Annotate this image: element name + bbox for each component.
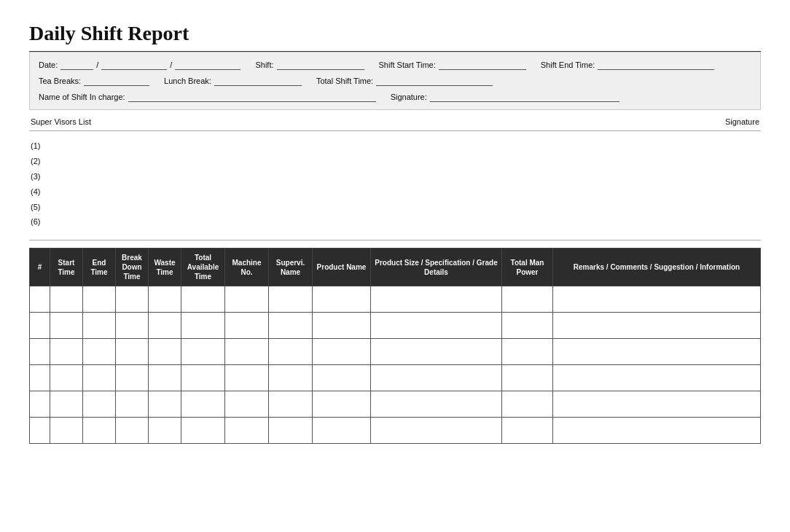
header-section: Date: / / Shift: Shift Start Time: Shift…: [29, 52, 761, 110]
col-header-product: Product Name: [313, 249, 371, 286]
cell-row6-col0[interactable]: [30, 418, 50, 444]
cell-row1-col8[interactable]: [313, 286, 371, 313]
cell-row5-col4[interactable]: [149, 391, 181, 418]
cell-row4-col5[interactable]: [181, 365, 225, 391]
supervisors-signature-label: Signature: [725, 117, 759, 126]
cell-row2-col10[interactable]: [502, 313, 553, 339]
cell-row3-col2[interactable]: [83, 339, 116, 365]
cell-row6-col1[interactable]: [50, 418, 83, 444]
cell-row5-col3[interactable]: [116, 391, 149, 418]
cell-row2-col9[interactable]: [371, 313, 502, 339]
cell-row6-col10[interactable]: [502, 418, 553, 444]
cell-row6-col8[interactable]: [313, 418, 371, 444]
name-group: Name of Shift In charge:: [39, 92, 376, 102]
cell-row2-col0[interactable]: [30, 313, 50, 339]
cell-row3-col3[interactable]: [116, 339, 149, 365]
cell-row2-col5[interactable]: [181, 313, 225, 339]
cell-row3-col11[interactable]: [553, 339, 761, 365]
date-day-field[interactable]: [60, 60, 93, 70]
cell-row6-col6[interactable]: [225, 418, 269, 444]
cell-row1-col6[interactable]: [225, 286, 269, 313]
cell-row6-col4[interactable]: [149, 418, 181, 444]
cell-row3-col6[interactable]: [225, 339, 269, 365]
cell-row2-col2[interactable]: [83, 313, 116, 339]
cell-row4-col1[interactable]: [50, 365, 83, 391]
cell-row1-col0[interactable]: [30, 286, 50, 313]
cell-row5-col7[interactable]: [269, 391, 313, 418]
name-field[interactable]: [128, 92, 376, 102]
cell-row1-col7[interactable]: [269, 286, 313, 313]
shift-end-field[interactable]: [598, 60, 714, 70]
cell-row1-col1[interactable]: [50, 286, 83, 313]
cell-row5-col8[interactable]: [313, 391, 371, 418]
header-row-2: Tea Breaks: Lunch Break: Total Shift Tim…: [39, 76, 751, 86]
cell-row6-col11[interactable]: [553, 418, 761, 444]
cell-row2-col4[interactable]: [149, 313, 181, 339]
cell-row6-col5[interactable]: [181, 418, 225, 444]
cell-row4-col9[interactable]: [371, 365, 502, 391]
date-label: Date:: [39, 60, 58, 69]
date-year-field[interactable]: [175, 60, 240, 70]
cell-row4-col8[interactable]: [313, 365, 371, 391]
cell-row3-col7[interactable]: [269, 339, 313, 365]
lunch-field[interactable]: [214, 76, 302, 86]
cell-row4-col7[interactable]: [269, 365, 313, 391]
cell-row3-col10[interactable]: [502, 339, 553, 365]
cell-row3-col9[interactable]: [371, 339, 502, 365]
cell-row6-col7[interactable]: [269, 418, 313, 444]
cell-row1-col5[interactable]: [181, 286, 225, 313]
header-row-3: Name of Shift In charge: Signature:: [39, 92, 751, 102]
cell-row4-col4[interactable]: [149, 365, 181, 391]
cell-row6-col9[interactable]: [371, 418, 502, 444]
cell-row3-col5[interactable]: [181, 339, 225, 365]
table-row: [30, 391, 761, 418]
tea-field[interactable]: [84, 76, 149, 86]
shift-start-field[interactable]: [439, 60, 526, 70]
total-shift-field[interactable]: [376, 76, 493, 86]
cell-row5-col5[interactable]: [181, 391, 225, 418]
cell-row5-col6[interactable]: [225, 391, 269, 418]
cell-row2-col8[interactable]: [313, 313, 371, 339]
cell-row1-col9[interactable]: [371, 286, 502, 313]
cell-row5-col9[interactable]: [371, 391, 502, 418]
tea-label: Tea Breaks:: [39, 77, 81, 85]
supervisors-list-label: Super Visors List: [31, 117, 91, 126]
cell-row1-col11[interactable]: [553, 286, 761, 313]
cell-row1-col2[interactable]: [83, 286, 116, 313]
date-month-field[interactable]: [101, 60, 167, 70]
cell-row5-col2[interactable]: [83, 391, 116, 418]
shift-field[interactable]: [277, 60, 364, 70]
cell-row3-col1[interactable]: [50, 339, 83, 365]
cell-row6-col2[interactable]: [83, 418, 116, 444]
supervisor-item-4: (4): [31, 184, 759, 200]
cell-row5-col10[interactable]: [502, 391, 553, 418]
cell-row6-col3[interactable]: [116, 418, 149, 444]
cell-row5-col1[interactable]: [50, 391, 83, 418]
cell-row3-col0[interactable]: [30, 339, 50, 365]
cell-row4-col3[interactable]: [116, 365, 149, 391]
cell-row4-col11[interactable]: [553, 365, 761, 391]
cell-row4-col2[interactable]: [83, 365, 116, 391]
cell-row2-col1[interactable]: [50, 313, 83, 339]
table-row: [30, 418, 761, 444]
supervisor-item-6: (6): [31, 214, 759, 230]
cell-row1-col4[interactable]: [149, 286, 181, 313]
cell-row4-col0[interactable]: [30, 365, 50, 391]
cell-row2-col6[interactable]: [225, 313, 269, 339]
cell-row5-col11[interactable]: [553, 391, 761, 418]
cell-row4-col6[interactable]: [225, 365, 269, 391]
cell-row1-col3[interactable]: [116, 286, 149, 313]
signature-group: Signature:: [391, 92, 619, 102]
cell-row4-col10[interactable]: [502, 365, 553, 391]
cell-row2-col3[interactable]: [116, 313, 149, 339]
cell-row1-col10[interactable]: [502, 286, 553, 313]
cell-row2-col7[interactable]: [269, 313, 313, 339]
page-title: Daily Shift Report: [29, 22, 761, 45]
cell-row3-col4[interactable]: [149, 339, 181, 365]
signature-field[interactable]: [430, 92, 619, 102]
shift-start-label: Shift Start Time:: [379, 60, 436, 69]
cell-row3-col8[interactable]: [313, 339, 371, 365]
cell-row2-col11[interactable]: [553, 313, 761, 339]
cell-row5-col0[interactable]: [30, 391, 50, 418]
col-header-supervi: Supervi. Name: [269, 249, 313, 286]
